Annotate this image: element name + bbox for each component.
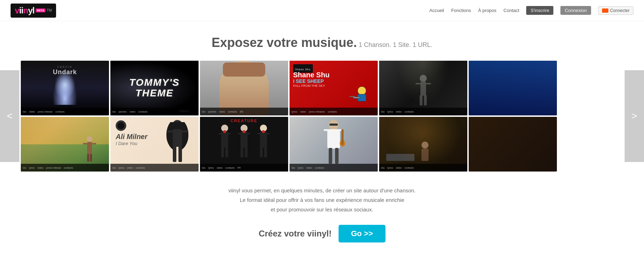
thumbnail-undark[interactable]: cascio Undark bio video press release co… [21, 61, 109, 115]
cta-label: Créez votre viinyl! [259, 229, 332, 239]
nav-apropos[interactable]: À propos [478, 8, 497, 13]
field-nav-bar: bio lyrics video press release contacts [21, 164, 109, 172]
gallery-grid: cascio Undark bio video press release co… [19, 61, 625, 172]
creature-nav-bar: bio lyrics video contacts FR [200, 164, 288, 172]
svg-rect-50 [335, 148, 339, 164]
svg-rect-46 [329, 124, 338, 126]
svg-rect-25 [218, 133, 222, 134]
svg-rect-49 [329, 148, 332, 164]
hero-subtitle: 1 Chanson. 1 Site. 1 URL. [357, 41, 432, 48]
undark-title: Undark [53, 68, 77, 76]
svg-rect-35 [245, 147, 248, 157]
nav-sinscrire[interactable]: S'inscrire [526, 6, 553, 15]
tm-text: TM [47, 8, 52, 12]
ali-nav-bar: bio lyrics video contacts [110, 164, 199, 172]
svg-point-11 [87, 136, 92, 142]
gallery-wrapper: < cascio Undark bio video press release … [0, 57, 644, 175]
field-person [81, 135, 98, 164]
ali-vinyl-icon [116, 120, 126, 131]
cta-section: viinyl vous permet, en quelques minutes,… [0, 175, 644, 257]
guitar-figure [320, 119, 348, 169]
cta-description: viinyl vous permet, en quelques minutes,… [0, 186, 644, 214]
beta-badge: BETA [36, 8, 45, 12]
svg-rect-13 [83, 143, 87, 144]
svg-rect-14 [92, 143, 96, 144]
thumbnail-guitar-artist[interactable]: bio lyrics video contacts [290, 117, 378, 172]
svg-rect-39 [257, 133, 261, 134]
tommy-title: TOMMY'STHEME [129, 77, 180, 99]
svg-rect-47 [324, 129, 329, 131]
svg-point-36 [243, 130, 245, 133]
thumbnail-partial-right-bottom [469, 117, 497, 172]
thumbnail-ali-milner[interactable]: Ali Milner I Dare You [110, 117, 199, 172]
shane-figure [348, 85, 376, 107]
studio-nav-bar: bio lyrics video contacts [379, 164, 467, 172]
svg-rect-40 [266, 133, 270, 134]
nav-contact[interactable]: Contact [504, 8, 520, 13]
thumbnail-person[interactable]: bio paroles video contacts EN [200, 61, 288, 115]
nav-fonctions[interactable]: Fonctions [451, 8, 471, 13]
gallery-prev-button[interactable]: < [0, 70, 19, 162]
svg-rect-31 [241, 132, 248, 148]
soundcloud-label: Connecter [610, 8, 630, 13]
person-nav-bar: bio paroles video contacts EN [200, 108, 288, 115]
tommy-nav-bar: bio paroles video contacts [110, 108, 199, 115]
svg-rect-42 [264, 147, 267, 157]
thumbnail-partial-right-top [469, 61, 497, 115]
gallery-next-button[interactable]: > [625, 70, 644, 162]
svg-rect-26 [227, 133, 231, 134]
guitar-nav-bar: bio lyrics video contacts [290, 164, 378, 172]
cta-go-button[interactable]: Go >> [339, 225, 385, 242]
thumbnail-shane[interactable]: Shane Shu Shane Shu I SEE SHEEP FALL FRO… [290, 61, 378, 115]
svg-rect-32 [238, 133, 241, 134]
undark-nav-bar: bio video press release contacts [21, 108, 109, 115]
creature-label: CREATURE [231, 119, 257, 123]
bw-nav-bar: bio lyrics video contacts [379, 108, 467, 115]
shane-nav-bar: lyrics video press releases contacts [290, 108, 378, 115]
shane-name: Shane Shu [293, 71, 376, 78]
bw-content [379, 61, 467, 115]
bw-light [397, 61, 450, 104]
creature-figures [218, 124, 271, 159]
svg-rect-24 [221, 132, 228, 148]
svg-rect-21 [173, 146, 176, 162]
soundcloud-connect-button[interactable]: Connecter [598, 6, 633, 15]
soundcloud-icon [602, 8, 608, 13]
partial-bottom-content [469, 117, 557, 172]
nav-accueil[interactable]: Accueil [429, 8, 444, 13]
svg-rect-12 [87, 142, 92, 154]
shane-content: Shane Shu Shane Shu I SEE SHEEP FALL FRO… [290, 61, 378, 115]
gallery-row-2: bio lyrics video press release contacts … [21, 117, 623, 172]
shane-song: I SEE SHEEP [293, 78, 376, 84]
gallery-row-1: cascio Undark bio video press release co… [21, 61, 623, 115]
ali-figure [162, 119, 193, 164]
undark-light [53, 73, 77, 105]
svg-rect-41 [260, 147, 263, 157]
logo-area: viinyl BETA TM [11, 4, 56, 18]
cta-line2: Le format idéal pour offrir à vos fans u… [240, 197, 405, 203]
svg-rect-16 [90, 154, 92, 162]
svg-rect-19 [166, 131, 173, 132]
logo-text: viinyl [15, 6, 34, 16]
hero-section: Exposez votre musique. 1 Chanson. 1 Site… [0, 21, 644, 57]
main-nav: Accueil Fonctions À propos Contact S'ins… [429, 6, 633, 15]
cta-row: Créez votre viinyl! Go >> [0, 225, 644, 242]
svg-rect-38 [260, 132, 267, 148]
svg-rect-18 [173, 129, 182, 147]
svg-rect-45 [327, 129, 340, 149]
cta-line3: et pour promouvoir sur les réseaux socia… [271, 206, 373, 212]
person-hair [223, 62, 265, 77]
undark-brand: cascio [53, 65, 77, 68]
thumbnail-field[interactable]: bio lyrics video press release contacts [21, 117, 109, 172]
svg-rect-22 [178, 146, 182, 162]
svg-rect-34 [241, 147, 243, 157]
nav-connexion[interactable]: Connexion [560, 6, 591, 15]
thumbnail-studio[interactable]: bio lyrics video contacts [379, 117, 467, 172]
thumbnail-bw-concert[interactable]: bio lyrics video contacts [379, 61, 467, 115]
svg-point-43 [262, 130, 265, 133]
thumbnail-creature[interactable]: CREATURE bio lyrics video contacts FR [200, 117, 288, 172]
studio-light [379, 117, 467, 172]
svg-point-1 [358, 86, 366, 95]
svg-rect-15 [87, 154, 89, 162]
thumbnail-tommy[interactable]: TOMMY'STHEME VIINYL bio paroles video co… [110, 61, 199, 115]
